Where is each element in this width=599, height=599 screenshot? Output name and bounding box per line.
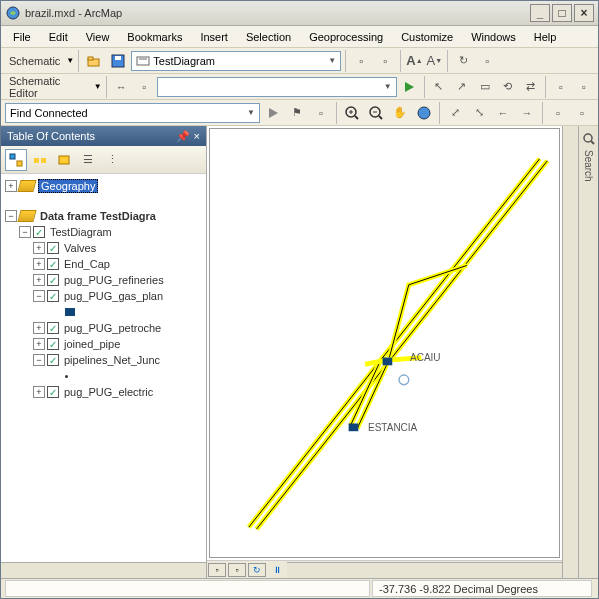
expand-icon[interactable]: + (33, 274, 45, 286)
expand-icon[interactable]: + (5, 180, 17, 192)
menu-bookmarks[interactable]: Bookmarks (119, 29, 190, 45)
next-extent-icon[interactable]: → (516, 102, 538, 124)
open-diagram-icon[interactable] (83, 50, 105, 72)
checkbox-icon[interactable]: ✓ (47, 386, 59, 398)
menu-file[interactable]: File (5, 29, 39, 45)
pan-icon[interactable]: ✋ (389, 102, 411, 124)
pause-drawing-icon[interactable]: ⏸ (268, 563, 286, 577)
arrow-nw-icon[interactable]: ↖ (428, 76, 449, 98)
expand-icon[interactable]: + (33, 386, 45, 398)
tree-layer[interactable]: pipelines_Net_Junc (62, 354, 162, 366)
svg-point-34 (399, 375, 409, 385)
toc-options-icon[interactable]: ⋮ (101, 149, 123, 171)
map-area: ACAIU ESTANCIA ▫ ▫ ↻ ⏸ Search (207, 126, 598, 578)
diagram-value: TestDiagram (153, 55, 215, 67)
tree-layer[interactable]: joined_pipe (62, 338, 122, 350)
edit-node-icon[interactable]: ▫ (134, 76, 155, 98)
expand-icon[interactable]: + (33, 258, 45, 270)
find-clear-icon[interactable]: ▫ (310, 102, 332, 124)
menu-geoprocessing[interactable]: Geoprocessing (301, 29, 391, 45)
maximize-button[interactable]: □ (552, 4, 572, 22)
checkbox-icon[interactable]: ✓ (47, 274, 59, 286)
zoom-out-icon[interactable] (365, 102, 387, 124)
collapse-icon[interactable]: − (33, 290, 45, 302)
expand-icon[interactable]: + (33, 242, 45, 254)
search-panel-tab[interactable]: Search (578, 126, 598, 578)
toc-close-icon[interactable]: × (194, 130, 200, 143)
tree-geography[interactable]: Geography (38, 179, 98, 193)
mirror-icon[interactable]: ⇄ (520, 76, 541, 98)
menu-help[interactable]: Help (526, 29, 565, 45)
find-run-icon[interactable] (262, 102, 284, 124)
checkbox-icon[interactable]: ✓ (47, 258, 59, 270)
tool-icon[interactable]: ▫ (476, 50, 498, 72)
toc-list-by-source-icon[interactable] (29, 149, 51, 171)
toc-tree[interactable]: + Geography − Data frame TestDiagra − ✓ … (1, 174, 206, 562)
select-icon[interactable]: ▭ (474, 76, 495, 98)
tree-layer[interactable]: End_Cap (62, 258, 112, 270)
expand-icon[interactable]: + (33, 322, 45, 334)
collapse-icon[interactable]: − (19, 226, 31, 238)
prev-extent-icon[interactable]: ← (492, 102, 514, 124)
layout-icon[interactable]: ▫ (374, 50, 396, 72)
misc1-icon[interactable]: ▫ (547, 102, 569, 124)
checkbox-icon[interactable]: ✓ (47, 338, 59, 350)
arrow-ne-icon[interactable]: ↗ (451, 76, 472, 98)
collapse-icon[interactable]: − (33, 354, 45, 366)
collapse-icon[interactable]: − (5, 210, 17, 222)
misc2-icon[interactable]: ▫ (571, 102, 593, 124)
toc-list-by-visibility-icon[interactable] (53, 149, 75, 171)
tree-layer[interactable]: pug_PUG_petroche (62, 322, 163, 334)
map-scroll-horizontal[interactable] (287, 562, 562, 578)
menu-windows[interactable]: Windows (463, 29, 524, 45)
checkbox-icon[interactable]: ✓ (47, 322, 59, 334)
rotate-icon[interactable]: ⟲ (497, 76, 518, 98)
align-l-icon[interactable]: ▫ (550, 76, 571, 98)
tree-layer[interactable]: pug_PUG_electric (62, 386, 155, 398)
edit-move-icon[interactable]: ↔ (111, 76, 132, 98)
align-r-icon[interactable]: ▫ (573, 76, 594, 98)
menu-insert[interactable]: Insert (192, 29, 236, 45)
full-extent-icon[interactable] (413, 102, 435, 124)
run-icon[interactable] (399, 76, 420, 98)
expand-icon[interactable]: + (33, 338, 45, 350)
font-small-icon[interactable]: A▼ (426, 50, 444, 72)
find-selector[interactable]: Find Connected ▼ (5, 103, 260, 123)
fixed-zoomin-icon[interactable]: ⤢ (444, 102, 466, 124)
menu-view[interactable]: View (78, 29, 118, 45)
tree-layer[interactable]: Valves (62, 242, 98, 254)
editor-selector[interactable]: ▼ (157, 77, 397, 97)
tree-testdiagram[interactable]: TestDiagram (48, 226, 114, 238)
save-diagram-icon[interactable] (107, 50, 129, 72)
schematic-label[interactable]: Schematic (5, 55, 64, 67)
checkbox-icon[interactable]: ✓ (47, 242, 59, 254)
propagate-icon[interactable]: ▫ (350, 50, 372, 72)
checkbox-icon[interactable]: ✓ (33, 226, 45, 238)
toc-list-by-drawing-icon[interactable] (5, 149, 27, 171)
checkbox-icon[interactable]: ✓ (47, 354, 59, 366)
menu-selection[interactable]: Selection (238, 29, 299, 45)
find-flag-icon[interactable]: ⚑ (286, 102, 308, 124)
checkbox-icon[interactable]: ✓ (47, 290, 59, 302)
close-button[interactable]: × (574, 4, 594, 22)
map-scroll-vertical[interactable] (562, 126, 578, 578)
tree-layer[interactable]: pug_PUG_refineries (62, 274, 166, 286)
minimize-button[interactable]: _ (530, 4, 550, 22)
editor-label[interactable]: Schematic Editor (5, 75, 92, 99)
font-bold-icon[interactable]: A▲ (405, 50, 423, 72)
toc-list-by-selection-icon[interactable]: ☰ (77, 149, 99, 171)
menu-edit[interactable]: Edit (41, 29, 76, 45)
refresh-icon[interactable]: ↻ (452, 50, 474, 72)
toc-pin-icon[interactable]: 📌 (176, 130, 190, 143)
fixed-zoomout-icon[interactable]: ⤡ (468, 102, 490, 124)
tree-layer[interactable]: pug_PUG_gas_plan (62, 290, 165, 302)
map-canvas[interactable]: ACAIU ESTANCIA (209, 128, 560, 558)
layout-view-tab[interactable]: ▫ (228, 563, 246, 577)
data-view-tab[interactable]: ▫ (208, 563, 226, 577)
zoom-in-icon[interactable] (341, 102, 363, 124)
menu-customize[interactable]: Customize (393, 29, 461, 45)
refresh-view-icon[interactable]: ↻ (248, 563, 266, 577)
tree-dataframe[interactable]: Data frame TestDiagra (38, 210, 158, 222)
toc-scroll-horizontal[interactable] (1, 562, 206, 578)
diagram-selector[interactable]: TestDiagram ▼ (131, 51, 341, 71)
